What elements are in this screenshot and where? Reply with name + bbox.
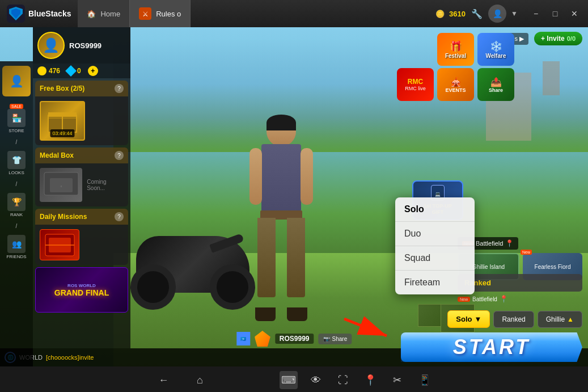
profile-icon[interactable]: 👤 — [488, 5, 506, 23]
rank-label: RANK — [10, 212, 23, 217]
wrench-icon: 🔧 — [471, 9, 483, 19]
taskbar-right-group: ⌨ 👁 ⛶ 📍 ✂ 📱 — [280, 371, 434, 389]
free-box-image[interactable]: 03:49:44 — [40, 101, 85, 141]
home-tab[interactable]: 🏠 Home — [78, 0, 130, 27]
gems-display: 0 — [67, 67, 81, 75]
ghillie-mode-button[interactable]: Ghillie ▲ — [538, 311, 582, 328]
nav-divider-2: / — [16, 181, 18, 187]
missions-help[interactable]: ? — [115, 212, 124, 221]
nav-divider-1: / — [16, 139, 18, 145]
dropdown-icon[interactable]: ▼ — [506, 6, 522, 22]
invite-button[interactable]: + Invite 0/0 — [534, 32, 582, 45]
keyboard-button[interactable]: ⌨ — [280, 371, 298, 389]
events-label: EVENTS — [445, 87, 466, 93]
game-tab[interactable]: ⚔ Rules o — [130, 0, 191, 27]
start-button[interactable]: START — [401, 332, 582, 362]
festival-label: Festival — [445, 53, 466, 59]
arrow-svg — [339, 307, 395, 342]
rmc-icon-btn[interactable]: RMC RMC live — [397, 68, 434, 101]
home-tab-label: Home — [100, 10, 120, 18]
minimize-button[interactable]: − — [527, 5, 545, 23]
game-tab-icon: ⚔ — [139, 7, 151, 20]
new-fearless-badge: New — [521, 250, 532, 255]
gold-coins: 476 — [37, 66, 60, 75]
grand-final-banner[interactable]: ROS WORLD GRAND FINAL — [35, 267, 128, 313]
gem-icon — [65, 65, 77, 77]
medal-box-help[interactable]: ? — [115, 151, 124, 160]
motorcycle — [125, 219, 261, 310]
wrench-icon-area: 🔧 — [466, 9, 488, 19]
welfare-icon-btn[interactable]: ❄️ Welfare — [477, 33, 514, 66]
leg-left — [257, 218, 276, 297]
free-box-content: 03:49:44 — [35, 96, 128, 145]
fearless-label: Fearless Fiord — [535, 264, 571, 270]
ranked-mode-button[interactable]: Ranked — [493, 311, 534, 328]
welfare-label: Welfare — [486, 53, 506, 59]
festival-icon-btn[interactable]: 🎁 Festival — [437, 33, 474, 66]
boot-right — [287, 307, 307, 321]
mission-box[interactable] — [40, 229, 79, 260]
free-box-title: Free Box (2/5) — [40, 85, 84, 92]
phone-button[interactable]: 📱 — [416, 371, 434, 389]
svg-line-16 — [344, 319, 387, 336]
missions-title: Daily Missions — [40, 213, 87, 221]
nav-rank[interactable]: 🏆 RANK — [2, 191, 31, 220]
ros-world-label: ROS WORLD — [54, 283, 109, 288]
nav-store[interactable]: SALE 🏪 STORE — [2, 101, 31, 136]
medal-svg: ▫ — [41, 170, 81, 201]
back-button[interactable]: ← — [155, 371, 173, 389]
home-icon: 🏠 — [87, 10, 96, 18]
mode-option-duo[interactable]: Duo — [395, 222, 475, 246]
daily-missions-section: Daily Missions ? — [35, 209, 128, 265]
gold-amount: 476 — [49, 67, 60, 75]
flag-icon: 🇺🇳 — [236, 332, 250, 345]
expand-button[interactable]: ⛶ — [334, 371, 352, 389]
game-tab-label: Rules o — [156, 10, 181, 18]
looks-label: LOOKS — [9, 170, 24, 175]
solo-mode-button[interactable]: Solo ▼ — [447, 310, 490, 328]
store-label: STORE — [9, 128, 24, 133]
world-invite-text[interactable]: [choooocks]invite — [46, 354, 94, 361]
free-box-section: Free Box (2/5) ? 03:49:44 — [35, 81, 128, 145]
ghillie-arrow: ▲ — [567, 315, 574, 323]
close-button[interactable]: ✕ — [565, 5, 583, 23]
nav-looks[interactable]: 👕 LOOKS — [2, 149, 31, 178]
home-taskbar-button[interactable]: ⌂ — [191, 371, 209, 389]
mode-option-solo[interactable]: Solo — [395, 197, 475, 222]
share-icon-btn[interactable]: 📤 Share — [477, 68, 514, 101]
sale-badge: SALE — [10, 104, 23, 109]
location-icon: 📍 — [505, 239, 514, 247]
medal-box-header: Medal Box ? — [35, 147, 128, 163]
character-torso — [261, 144, 301, 212]
clan-icon — [255, 331, 270, 347]
ranked-battlefield-row: New Battlefield 📍 — [458, 295, 582, 303]
coin-icon: 🪙 — [435, 10, 445, 18]
events-icon-btn[interactable]: 🎪 EVENTS — [437, 68, 474, 101]
left-nav: 👤 SALE 🏪 STORE / 👕 LOOKS / 🏆 RANK / 👥 FR… — [0, 61, 33, 366]
pin-button[interactable]: 📍 — [361, 371, 379, 389]
solo-arrow: ▼ — [475, 315, 482, 323]
eye-button[interactable]: 👁 — [307, 371, 325, 389]
battlefield-label: Battlefield — [476, 240, 503, 247]
solo-label: Solo — [456, 315, 472, 323]
mode-option-squad[interactable]: Squad — [395, 246, 475, 271]
mode-option-fireteam[interactable]: Fireteam — [395, 271, 475, 294]
user-header: 👤 ROS9999 — [33, 27, 130, 64]
free-box-help[interactable]: ? — [115, 84, 124, 93]
coins-bar: 476 0 + — [33, 64, 130, 78]
mode-selector-bottom: Solo ▼ Ranked Ghillie ▲ — [447, 310, 582, 328]
ranked-option[interactable]: Ranked — [458, 274, 582, 292]
medal-box-section: Medal Box ? ▫ Coming Soon... — [35, 147, 128, 206]
ghillie-label: Ghillie Island — [472, 264, 505, 270]
maximize-button[interactable]: □ — [546, 5, 564, 23]
grand-final-label: GRAND FINAL — [54, 288, 109, 297]
medal-box-title: Medal Box — [40, 151, 74, 159]
nav-friends[interactable]: 👥 FRIENDS — [2, 233, 31, 262]
add-gems-button[interactable]: + — [88, 66, 98, 76]
share-icon-hud: 📷 — [323, 336, 330, 342]
user-avatar-nav[interactable]: 👤 — [2, 66, 31, 96]
character-hair — [266, 115, 296, 130]
scissors-button[interactable]: ✂ — [388, 371, 407, 389]
svg-text:▫: ▫ — [60, 184, 62, 189]
leg-right — [287, 218, 305, 297]
